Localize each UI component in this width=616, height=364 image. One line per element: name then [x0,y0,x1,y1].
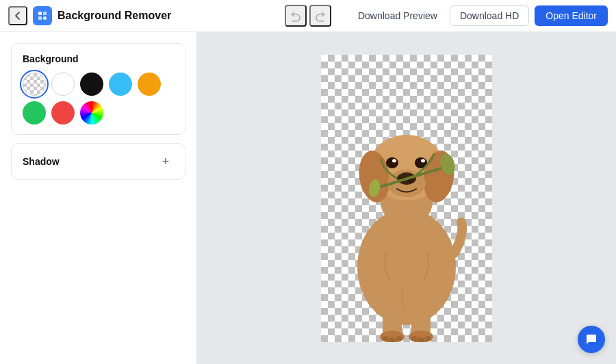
download-hd-button[interactable]: Download HD [450,5,529,26]
svg-rect-1 [43,12,47,15]
header-center [285,5,331,27]
color-swatch-red[interactable] [51,101,75,125]
back-button[interactable] [8,6,27,25]
chat-button[interactable] [578,326,605,353]
color-options [23,73,174,125]
svg-point-16 [421,159,425,162]
image-container [321,55,492,342]
color-swatch-rainbow[interactable] [80,101,103,125]
header-actions: Download Preview Download HD Open Editor [351,5,608,26]
color-swatch-green[interactable] [23,101,46,125]
shadow-panel: Shadow + [11,143,185,180]
svg-point-24 [382,336,389,341]
app-icon [33,6,52,25]
background-panel: Background [11,43,185,135]
canvas-area [197,32,616,364]
svg-point-13 [386,157,398,168]
svg-point-29 [424,336,431,341]
download-preview-button[interactable]: Download Preview [351,6,444,25]
svg-point-15 [392,159,396,162]
color-swatch-orange[interactable] [138,73,161,96]
app-title: Background Remover [57,10,171,22]
background-title: Background [23,53,174,64]
color-swatch-blue[interactable] [109,73,132,96]
color-swatch-white[interactable] [51,73,75,96]
svg-rect-0 [38,12,42,15]
svg-rect-2 [38,16,42,20]
shadow-panel-inner: Shadow + [23,153,174,170]
svg-point-3 [43,16,47,20]
open-editor-button[interactable]: Open Editor [535,5,608,26]
sidebar: Background [0,32,197,364]
redo-button[interactable] [309,5,331,27]
color-swatch-transparent[interactable] [23,73,46,96]
app-header: Background Remover Download Preview Down… [0,0,616,32]
shadow-title: Shadow [23,156,60,167]
svg-point-26 [396,336,402,341]
svg-point-27 [411,336,418,341]
shadow-add-button[interactable]: + [157,153,174,170]
svg-point-4 [357,209,456,325]
main-content: Background [0,32,616,364]
color-swatch-black[interactable] [80,73,103,96]
dog-image [321,55,492,342]
undo-button[interactable] [285,5,307,27]
